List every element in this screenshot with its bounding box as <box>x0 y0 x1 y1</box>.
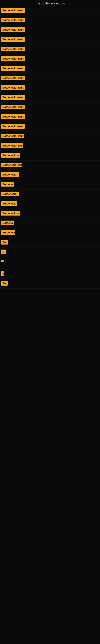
bottleneck-row-28 <box>0 265 100 269</box>
bottleneck-badge-17[interactable]: Bottleneck result <box>1 162 22 167</box>
bottleneck-badge-12[interactable]: Bottleneck result <box>1 114 25 119</box>
bottleneck-badge-10[interactable]: Bottleneck result <box>1 95 25 100</box>
bottleneck-badge-9[interactable]: Bottleneck result <box>1 85 25 90</box>
rows-container: Bottleneck resultBottleneck resultBottle… <box>0 6 100 288</box>
bottleneck-row-23: Bottlens <box>0 218 100 228</box>
bottleneck-badge-23[interactable]: Bottlens <box>1 220 14 225</box>
bottleneck-badge-7[interactable]: Bottleneck result <box>1 66 25 71</box>
bottleneck-row-16: Bottleneck re <box>0 151 100 160</box>
bottleneck-badge-3[interactable]: Bottleneck result <box>1 27 25 32</box>
bottleneck-row-25: Bot <box>0 238 100 248</box>
bottleneck-badge-21[interactable]: Bottleneck <box>1 201 17 206</box>
bottleneck-row-21: Bottleneck <box>0 199 100 209</box>
bottleneck-badge-29[interactable]: B <box>1 271 4 276</box>
bottleneck-badge-30[interactable]: Bott <box>1 281 8 286</box>
bottleneck-row-22: Bottleneck re <box>0 209 100 218</box>
bottleneck-row-10: Bottleneck result <box>0 93 100 103</box>
bottleneck-badge-11[interactable]: Bottleneck result <box>1 105 25 109</box>
bottleneck-row-27 <box>0 257 100 265</box>
bottleneck-badge-25[interactable]: Bot <box>1 240 8 244</box>
bottleneck-row-7: Bottleneck result <box>0 64 100 74</box>
bottleneck-badge-16[interactable]: Bottleneck re <box>1 153 20 158</box>
bottleneck-badge-27[interactable] <box>1 260 4 262</box>
bottleneck-row-18: Bottleneck r <box>0 170 100 180</box>
bottleneck-row-29: B <box>0 269 100 279</box>
bottleneck-badge-2[interactable]: Bottleneck result <box>1 18 25 22</box>
bottleneck-row-2: Bottleneck result <box>0 16 100 25</box>
bottleneck-row-11: Bottleneck result <box>0 103 100 112</box>
bottleneck-row-3: Bottleneck result <box>0 25 100 35</box>
bottleneck-row-12: Bottleneck result <box>0 112 100 122</box>
bottleneck-row-1: Bottleneck result <box>0 6 100 16</box>
bottleneck-badge-14[interactable]: Bottleneck result <box>1 134 24 138</box>
bottleneck-badge-4[interactable]: Bottleneck result <box>1 37 25 42</box>
bottleneck-badge-8[interactable]: Bottleneck result <box>1 76 25 80</box>
bottleneck-badge-18[interactable]: Bottleneck r <box>1 172 19 177</box>
site-title: TheBottlenecker.com <box>0 0 100 6</box>
bottleneck-badge-1[interactable]: Bottleneck result <box>1 8 25 13</box>
bottleneck-row-30: Bott <box>0 279 100 288</box>
bottleneck-badge-15[interactable]: Bottleneck result <box>1 143 23 148</box>
bottleneck-row-26: B <box>0 248 100 257</box>
bottleneck-row-24: Bottleneck <box>0 228 100 238</box>
bottleneck-badge-22[interactable]: Bottleneck re <box>1 211 20 216</box>
bottleneck-row-20: Bottleneck r <box>0 190 100 199</box>
bottleneck-row-13: Bottleneck result <box>0 122 100 132</box>
bottleneck-badge-13[interactable]: Bottleneck result <box>1 124 25 128</box>
bottleneck-row-4: Bottleneck result <box>0 35 100 45</box>
bottleneck-row-6: Bottleneck result <box>0 54 100 64</box>
bottleneck-badge-26[interactable]: B <box>1 250 6 254</box>
bottleneck-row-15: Bottleneck result <box>0 141 100 151</box>
bottleneck-row-8: Bottleneck result <box>0 74 100 83</box>
bottleneck-row-14: Bottleneck result <box>0 132 100 141</box>
bottleneck-badge-20[interactable]: Bottleneck r <box>1 192 19 196</box>
bottleneck-badge-5[interactable]: Bottleneck result <box>1 47 25 51</box>
bottleneck-row-17: Bottleneck result <box>0 160 100 170</box>
bottleneck-badge-6[interactable]: Bottleneck result <box>1 56 25 61</box>
bottleneck-row-19: Bottlene <box>0 180 100 190</box>
bottleneck-badge-19[interactable]: Bottlene <box>1 182 14 186</box>
bottleneck-badge-24[interactable]: Bottleneck <box>1 230 15 235</box>
bottleneck-row-9: Bottleneck result <box>0 83 100 93</box>
bottleneck-row-5: Bottleneck result <box>0 45 100 54</box>
